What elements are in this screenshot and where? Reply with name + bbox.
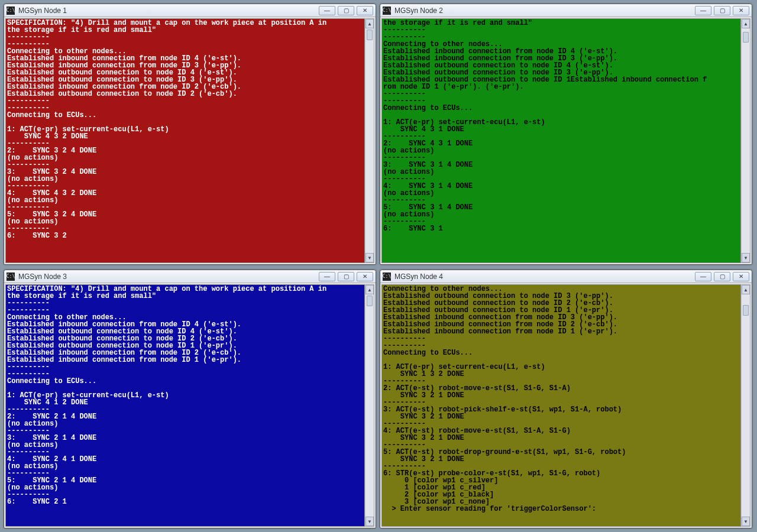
maximize-button[interactable]: ▢ bbox=[714, 6, 730, 15]
console-output[interactable]: the storage if it is red and small" ----… bbox=[381, 18, 741, 263]
console-output[interactable]: SPECIFICATION: "4) Drill and mount a cap… bbox=[5, 18, 365, 263]
window-node3: C:\ MGSyn Node 3 — ▢ ✕ SPECIFICATION: "4… bbox=[4, 270, 376, 528]
titlebar[interactable]: C:\ MGSyn Node 2 — ▢ ✕ bbox=[380, 4, 752, 17]
cmd-icon: C:\ bbox=[383, 273, 391, 281]
scroll-up-icon[interactable]: ▲ bbox=[742, 19, 750, 28]
minimize-button[interactable]: — bbox=[695, 6, 711, 15]
scrollbar[interactable]: ▲ ▼ bbox=[741, 284, 750, 527]
close-button[interactable]: ✕ bbox=[733, 6, 749, 15]
window-node4: C:\ MGSyn Node 4 — ▢ ✕ Connecting to oth… bbox=[380, 270, 752, 528]
window-title: MGSyn Node 1 bbox=[18, 7, 319, 15]
minimize-button[interactable]: — bbox=[319, 272, 335, 281]
cmd-icon: C:\ bbox=[7, 273, 15, 281]
scroll-up-icon[interactable]: ▲ bbox=[365, 19, 374, 28]
close-button[interactable]: ✕ bbox=[357, 6, 373, 15]
console-output[interactable]: Connecting to other nodes... Established… bbox=[381, 284, 741, 527]
cmd-icon: C:\ bbox=[7, 7, 15, 15]
scroll-down-icon[interactable]: ▼ bbox=[742, 253, 750, 262]
window-node2: C:\ MGSyn Node 2 — ▢ ✕ the storage if it… bbox=[380, 4, 752, 265]
scroll-thumb[interactable] bbox=[743, 32, 749, 43]
titlebar[interactable]: C:\ MGSyn Node 4 — ▢ ✕ bbox=[380, 270, 752, 283]
scroll-down-icon[interactable]: ▼ bbox=[365, 253, 374, 262]
scroll-thumb[interactable] bbox=[367, 30, 373, 40]
scrollbar[interactable]: ▲ ▼ bbox=[365, 284, 374, 527]
scroll-down-icon[interactable]: ▼ bbox=[365, 517, 374, 526]
window-title: MGSyn Node 2 bbox=[394, 7, 695, 15]
window-title: MGSyn Node 4 bbox=[394, 273, 695, 281]
maximize-button[interactable]: ▢ bbox=[338, 6, 354, 15]
close-button[interactable]: ✕ bbox=[357, 272, 373, 281]
maximize-button[interactable]: ▢ bbox=[714, 272, 730, 281]
minimize-button[interactable]: — bbox=[319, 6, 335, 15]
titlebar[interactable]: C:\ MGSyn Node 3 — ▢ ✕ bbox=[4, 270, 376, 283]
scroll-up-icon[interactable]: ▲ bbox=[742, 285, 750, 294]
cmd-icon: C:\ bbox=[383, 7, 391, 15]
window-node1: C:\ MGSyn Node 1 — ▢ ✕ SPECIFICATION: "4… bbox=[4, 4, 376, 265]
scroll-down-icon[interactable]: ▼ bbox=[742, 517, 750, 526]
titlebar[interactable]: C:\ MGSyn Node 1 — ▢ ✕ bbox=[4, 4, 376, 17]
console-output[interactable]: SPECIFICATION: "4) Drill and mount a cap… bbox=[5, 284, 365, 527]
scroll-up-icon[interactable]: ▲ bbox=[365, 285, 374, 294]
window-title: MGSyn Node 3 bbox=[18, 273, 319, 281]
minimize-button[interactable]: — bbox=[695, 272, 711, 281]
maximize-button[interactable]: ▢ bbox=[338, 272, 354, 281]
scroll-thumb[interactable] bbox=[743, 305, 749, 316]
scrollbar[interactable]: ▲ ▼ bbox=[741, 18, 750, 263]
close-button[interactable]: ✕ bbox=[733, 272, 749, 281]
scroll-thumb[interactable] bbox=[367, 296, 373, 306]
scrollbar[interactable]: ▲ ▼ bbox=[365, 18, 374, 263]
